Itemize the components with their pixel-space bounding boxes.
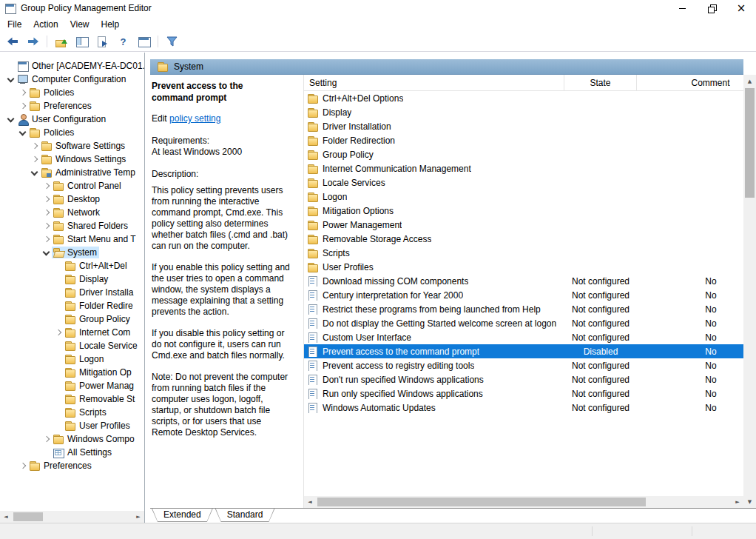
list-horizontal-scrollbar[interactable]: ◄ ► [304,496,743,508]
settings-list-row[interactable]: User Profiles [304,260,743,274]
tree-item[interactable]: Ctrl+Alt+Del [0,259,144,272]
settings-list-row[interactable]: Prevent access to the command prompt Dis… [304,344,743,358]
settings-list-row[interactable]: Download missing COM components Not conf… [304,274,743,288]
settings-list-row[interactable]: Driver Installation [304,119,743,133]
tree-item[interactable]: Shared Folders [0,219,144,232]
tree-item[interactable]: Display [0,272,144,286]
scrollbar-thumb[interactable] [13,512,43,521]
expand-collapse-icon[interactable] [30,167,40,178]
tree-item[interactable]: Preferences [0,459,144,472]
expand-collapse-icon[interactable] [53,354,64,364]
scrollbar-thumb[interactable] [317,498,646,506]
menu-help[interactable]: Help [95,18,126,31]
expand-collapse-icon[interactable] [53,261,64,271]
expand-collapse-icon[interactable] [6,74,16,84]
settings-list-row[interactable]: Display [304,105,743,119]
expand-collapse-icon[interactable] [53,327,64,338]
properties-window-button[interactable] [135,33,153,50]
tree-item[interactable]: Other [ACADEMY-EA-DC01.INL [0,59,144,73]
expand-collapse-icon[interactable] [53,314,64,324]
vertical-scrollbar[interactable]: ▲ ▼ [743,75,756,508]
column-header-state[interactable]: State [564,75,637,91]
settings-list-row[interactable]: Restrict these programs from being launc… [304,302,743,316]
tree-item[interactable]: Preferences [0,99,144,113]
expand-collapse-icon[interactable] [18,87,28,98]
tree-item[interactable]: Desktop [0,192,144,206]
menu-file[interactable]: File [1,18,27,31]
scrollbar-track[interactable] [12,511,132,523]
tree-item[interactable]: Driver Installa [0,286,144,299]
help-button[interactable]: ? [114,33,132,50]
expand-collapse-icon[interactable] [6,114,16,124]
menu-action[interactable]: Action [27,18,64,31]
tree-item[interactable]: Control Panel [0,179,144,192]
back-button[interactable] [3,33,21,50]
expand-collapse-icon[interactable] [53,381,64,391]
tree-item[interactable]: Network [0,206,144,219]
scrollbar-track[interactable] [743,87,756,495]
expand-collapse-icon[interactable] [30,154,40,164]
pane-splitter[interactable] [145,53,150,523]
expand-collapse-icon[interactable] [53,274,64,284]
settings-list-row[interactable]: Mitigation Options [304,204,743,218]
tree-item[interactable]: User Configuration [0,113,144,126]
expand-collapse-icon[interactable] [18,101,28,111]
tree-item[interactable]: User Profiles [0,419,144,432]
settings-list-row[interactable]: Internet Communication Management [304,161,743,175]
settings-list-row[interactable]: Century interpretation for Year 2000 Not… [304,288,743,302]
scroll-up-button[interactable]: ▲ [743,75,756,87]
expand-collapse-icon[interactable] [41,247,52,258]
menu-view[interactable]: View [64,18,95,31]
expand-collapse-icon[interactable] [41,194,52,204]
tree-item[interactable]: System [0,246,144,259]
expand-collapse-icon[interactable] [53,421,64,431]
tab-standard[interactable]: Standard [215,509,275,522]
expand-collapse-icon[interactable] [53,407,64,418]
expand-collapse-icon[interactable] [41,181,52,191]
scroll-right-button[interactable]: ► [132,511,144,523]
expand-collapse-icon[interactable] [41,207,52,218]
expand-collapse-icon[interactable] [6,61,16,71]
scrollbar-thumb[interactable] [745,88,755,198]
tree-item[interactable]: Windows Settings [0,153,144,166]
filter-options-button[interactable] [163,33,181,50]
expand-collapse-icon[interactable] [18,461,28,471]
expand-collapse-icon[interactable] [41,221,52,231]
expand-collapse-icon[interactable] [41,234,52,244]
tree-item[interactable]: Logon [0,352,144,366]
tree-item[interactable]: Policies [0,126,144,139]
expand-collapse-icon[interactable] [18,127,28,138]
settings-list-row[interactable]: Custom User Interface Not configured No [304,330,743,344]
scroll-left-button[interactable]: ◄ [304,496,316,508]
settings-list-row[interactable]: Don't run specified Windows applications… [304,372,743,386]
show-console-tree-button[interactable] [72,33,91,50]
tree-item[interactable]: Administrative Temp [0,166,144,179]
scroll-left-button[interactable]: ◄ [0,511,12,523]
tree-item[interactable]: Folder Redire [0,299,144,312]
settings-list-row[interactable]: Run only specified Windows applications … [304,386,743,401]
tree-item[interactable]: Removable St [0,392,144,406]
expand-collapse-icon[interactable] [41,447,52,458]
minimize-button[interactable] [667,0,697,16]
settings-list-row[interactable]: Ctrl+Alt+Del Options [304,91,743,105]
tree-horizontal-scrollbar[interactable]: ◄ ► [0,511,144,523]
expand-collapse-icon[interactable] [30,141,40,151]
settings-list-row[interactable]: Folder Redirection [304,133,743,147]
settings-list-row[interactable]: Prevent access to registry editing tools… [304,358,743,372]
tree-item[interactable]: All Settings [0,446,144,459]
forward-button[interactable] [24,33,42,50]
tree-item[interactable]: Policies [0,86,144,99]
expand-collapse-icon[interactable] [53,301,64,311]
settings-list-row[interactable]: Logon [304,190,743,204]
tree-item[interactable]: Computer Configuration [0,73,144,86]
scroll-right-button[interactable]: ► [732,496,743,508]
expand-collapse-icon[interactable] [53,287,64,298]
tree-item[interactable]: Software Settings [0,139,144,153]
column-header-comment[interactable]: Comment [637,75,743,91]
expand-collapse-icon[interactable] [53,394,64,404]
settings-list-row[interactable]: Do not display the Getting Started welco… [304,316,743,330]
expand-collapse-icon[interactable] [53,367,64,378]
export-list-button[interactable] [93,33,112,50]
settings-list-row[interactable]: Windows Automatic Updates Not configured… [304,401,743,415]
tree-item[interactable]: Internet Com [0,326,144,339]
